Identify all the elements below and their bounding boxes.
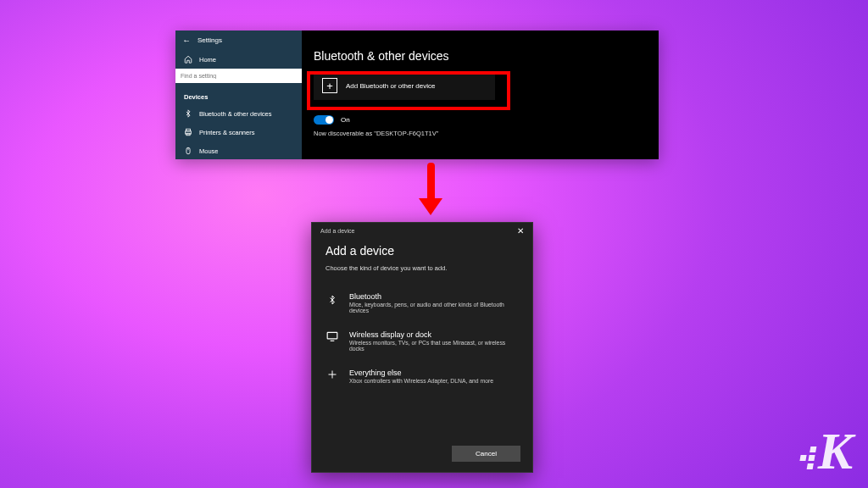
printer-icon bbox=[184, 128, 192, 136]
home-label: Home bbox=[199, 56, 216, 64]
mouse-icon bbox=[184, 147, 192, 155]
option-everything-else[interactable]: Everything else Xbox controllers with Wi… bbox=[326, 363, 519, 396]
plus-icon: + bbox=[322, 78, 337, 93]
discoverable-text: Now discoverable as "DESKTOP-F6Q1T1V" bbox=[314, 130, 647, 137]
search-input[interactable] bbox=[175, 69, 302, 83]
option-bluetooth[interactable]: Bluetooth Mice, keyboards, pens, or audi… bbox=[326, 287, 519, 325]
option-wireless-display[interactable]: Wireless display or dock Wireless monito… bbox=[326, 325, 519, 363]
bluetooth-icon bbox=[326, 292, 339, 313]
dialog-subheading: Choose the kind of device you want to ad… bbox=[326, 264, 519, 272]
plus-icon bbox=[326, 369, 339, 384]
toggle-knob bbox=[326, 116, 333, 124]
option-desc: Xbox controllers with Wireless Adapter, … bbox=[349, 378, 493, 384]
sidebar-item-home[interactable]: Home bbox=[175, 50, 302, 69]
option-title: Wireless display or dock bbox=[349, 330, 519, 339]
dialog-titlebar: Add a device ✕ bbox=[312, 223, 532, 237]
sidebar-item-label: Bluetooth & other devices bbox=[199, 110, 271, 118]
add-bluetooth-device-button[interactable]: + Add Bluetooth or other device bbox=[314, 71, 495, 100]
sidebar-item-mouse[interactable]: Mouse bbox=[175, 141, 302, 159]
add-device-label: Add Bluetooth or other device bbox=[346, 82, 435, 90]
sidebar-category-devices: Devices bbox=[175, 86, 302, 104]
settings-titlebar: ← Settings bbox=[175, 32, 302, 50]
dialog-footer: Cancel bbox=[312, 439, 532, 472]
option-title: Everything else bbox=[349, 369, 493, 377]
search-box bbox=[175, 69, 302, 83]
home-icon bbox=[184, 55, 192, 64]
bluetooth-toggle[interactable] bbox=[314, 115, 334, 125]
brand-logo: K bbox=[800, 421, 853, 481]
sidebar-item-label: Printers & scanners bbox=[199, 129, 254, 136]
back-arrow-icon[interactable]: ← bbox=[182, 36, 191, 45]
bluetooth-toggle-row: On bbox=[314, 115, 647, 125]
annotation-arrow-down bbox=[419, 163, 442, 215]
bluetooth-icon bbox=[184, 109, 192, 118]
monitor-icon bbox=[326, 330, 339, 352]
settings-sidebar: ← Settings Home Devices Bluetooth & othe… bbox=[175, 30, 302, 159]
svg-rect-5 bbox=[327, 332, 337, 339]
logo-dots-icon bbox=[798, 446, 816, 469]
option-title: Bluetooth bbox=[349, 292, 519, 301]
sidebar-item-label: Mouse bbox=[199, 147, 219, 155]
dialog-title: Add a device bbox=[320, 228, 354, 234]
sidebar-item-printers[interactable]: Printers & scanners bbox=[175, 123, 302, 141]
logo-letter: K bbox=[818, 421, 853, 481]
settings-content: Bluetooth & other devices + Add Bluetoot… bbox=[302, 30, 659, 159]
settings-window: ← Settings Home Devices Bluetooth & othe… bbox=[175, 30, 659, 159]
close-icon[interactable]: ✕ bbox=[514, 226, 527, 236]
add-device-dialog: Add a device ✕ Add a device Choose the k… bbox=[311, 222, 533, 473]
app-title: Settings bbox=[198, 36, 222, 44]
option-desc: Mice, keyboards, pens, or audio and othe… bbox=[349, 302, 519, 313]
dialog-body: Add a device Choose the kind of device y… bbox=[312, 237, 532, 439]
cancel-button[interactable]: Cancel bbox=[452, 446, 520, 462]
page-title: Bluetooth & other devices bbox=[314, 49, 647, 63]
sidebar-item-bluetooth[interactable]: Bluetooth & other devices bbox=[175, 104, 302, 123]
option-desc: Wireless monitors, TVs, or PCs that use … bbox=[349, 340, 519, 352]
toggle-state-label: On bbox=[341, 116, 350, 124]
dialog-heading: Add a device bbox=[326, 244, 519, 258]
